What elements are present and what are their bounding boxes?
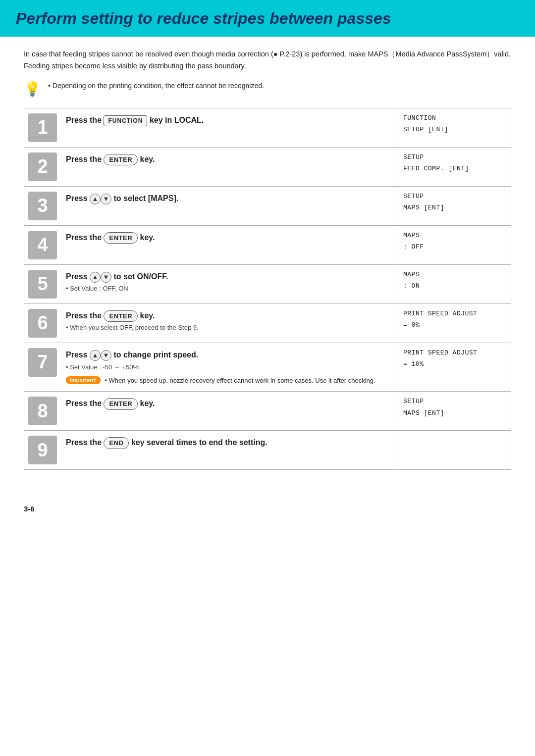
step-instruction-cell: Press the ENTER key. — [61, 147, 397, 186]
arrow-btn-down: ▼ — [101, 272, 111, 283]
step-main-text: Press ▲▼ to set ON/OFF. — [66, 271, 390, 283]
step-main-text: Press the END key several times to end t… — [66, 437, 390, 449]
step-num-box: 9 — [28, 436, 57, 464]
step-num-cell: 8 — [24, 392, 61, 431]
step-display-cell — [397, 431, 511, 470]
page-number: 3-6 — [24, 504, 35, 513]
step-num-cell: 5 — [24, 264, 61, 303]
step-sub-text: • Set Value : -50 ～ +50% — [66, 363, 390, 372]
step-row: 9Press the END key several times to end … — [24, 431, 511, 470]
step-display-cell: SETUPMAPS [ENT] — [397, 392, 511, 431]
step-main-text: Press the ENTER key. — [66, 398, 390, 410]
key-badge: ENTER — [104, 310, 138, 322]
important-box: Important! • When you speed up, nozzle r… — [66, 376, 390, 386]
page-content: In case that feeding stripes cannot be r… — [0, 49, 535, 490]
step-num-box: 2 — [28, 152, 57, 181]
step-instruction-cell: Press the ENTER key.• When you select OF… — [61, 303, 397, 343]
note-text: • Depending on the printing condition, t… — [48, 81, 264, 91]
step-main-text: Press ▲▼ to select [MAPS]. — [66, 193, 390, 204]
step-row: 6Press the ENTER key.• When you select O… — [24, 303, 511, 343]
step-row: 8Press the ENTER key.SETUPMAPS [ENT] — [24, 392, 511, 431]
steps-table: 1Press the FUNCTION key in LOCAL.FUNCTIO… — [24, 108, 511, 470]
step-num-cell: 7 — [24, 343, 61, 392]
step-instruction-cell: Press the ENTER key. — [61, 225, 397, 264]
page-title: Perform setting to reduce stripes betwee… — [16, 9, 519, 28]
step-instruction-cell: Press ▲▼ to select [MAPS]. — [61, 186, 397, 225]
page-header: Perform setting to reduce stripes betwee… — [0, 0, 535, 37]
arrow-btn-down: ▼ — [101, 350, 111, 361]
step-row: 4Press the ENTER key.MAPS: OFF — [24, 225, 511, 264]
step-num-cell: 2 — [24, 147, 61, 186]
step-instruction-cell: Press ▲▼ to change print speed.• Set Val… — [61, 343, 397, 392]
step-num-box: 1 — [28, 113, 57, 142]
step-num-cell: 6 — [24, 303, 61, 343]
arrow-btn-up: ▲ — [90, 350, 101, 361]
step-display-cell: PRINT SPEED ADJUST= 0% — [397, 303, 511, 343]
key-badge: ENTER — [104, 232, 138, 244]
important-text: • When you speed up, nozzle recovery eff… — [105, 376, 375, 386]
step-instruction-cell: Press the ENTER key. — [61, 392, 397, 431]
bulb-icon: 💡 — [24, 81, 41, 97]
step-instruction-cell: Press ▲▼ to set ON/OFF.• Set Value : OFF… — [61, 264, 397, 303]
step-display-cell: SETUPMAPS [ENT] — [397, 186, 511, 225]
step-row: 2Press the ENTER key.SETUPFEED COMP. [EN… — [24, 147, 511, 186]
step-display-cell: FUNCTIONSETUP [ENT] — [397, 108, 511, 147]
arrow-btn-up: ▲ — [90, 272, 101, 283]
step-row: 7Press ▲▼ to change print speed.• Set Va… — [24, 343, 511, 392]
key-badge: END — [104, 437, 129, 449]
arrow-btn-down: ▼ — [101, 194, 111, 204]
step-display-cell: PRINT SPEED ADJUST= 10% — [397, 343, 511, 392]
step-main-text: Press ▲▼ to change print speed. — [66, 349, 390, 361]
step-sub-text: • When you select OFF, proceed to the St… — [66, 324, 390, 331]
step-num-cell: 3 — [24, 186, 61, 225]
step-row: 3Press ▲▼ to select [MAPS].SETUPMAPS [EN… — [24, 186, 511, 225]
step-num-box: 6 — [28, 309, 57, 338]
step-num-box: 7 — [28, 348, 57, 377]
step-num-box: 3 — [28, 192, 57, 220]
intro-text: In case that feeding stripes cannot be r… — [24, 49, 511, 71]
step-main-text: Press the ENTER key. — [66, 153, 390, 166]
step-row: 1Press the FUNCTION key in LOCAL.FUNCTIO… — [24, 108, 511, 147]
important-label: Important! — [66, 376, 101, 384]
step-num-cell: 9 — [24, 431, 61, 470]
step-num-cell: 1 — [24, 108, 61, 147]
step-display-cell: MAPS: ON — [397, 264, 511, 303]
step-sub-text: • Set Value : OFF, ON — [66, 285, 390, 292]
step-num-box: 8 — [28, 397, 57, 425]
step-main-text: Press the FUNCTION key in LOCAL. — [66, 114, 390, 126]
step-instruction-cell: Press the FUNCTION key in LOCAL. — [61, 108, 397, 147]
step-display-cell: SETUPFEED COMP. [ENT] — [397, 147, 511, 186]
step-instruction-cell: Press the END key several times to end t… — [61, 431, 397, 470]
key-badge: ENTER — [104, 154, 138, 166]
step-display-cell: MAPS: OFF — [397, 225, 511, 264]
step-num-cell: 4 — [24, 225, 61, 264]
arrow-btn-up: ▲ — [90, 194, 101, 204]
key-badge: ENTER — [104, 398, 138, 410]
key-badge-rect: FUNCTION — [104, 115, 147, 126]
step-main-text: Press the ENTER key. — [66, 310, 390, 322]
note-box: 💡 • Depending on the printing condition,… — [24, 81, 511, 97]
step-num-box: 5 — [28, 270, 57, 299]
step-main-text: Press the ENTER key. — [66, 232, 390, 244]
page-footer: 3-6 — [0, 490, 535, 513]
step-row: 5Press ▲▼ to set ON/OFF.• Set Value : OF… — [24, 264, 511, 303]
step-num-box: 4 — [28, 231, 57, 259]
